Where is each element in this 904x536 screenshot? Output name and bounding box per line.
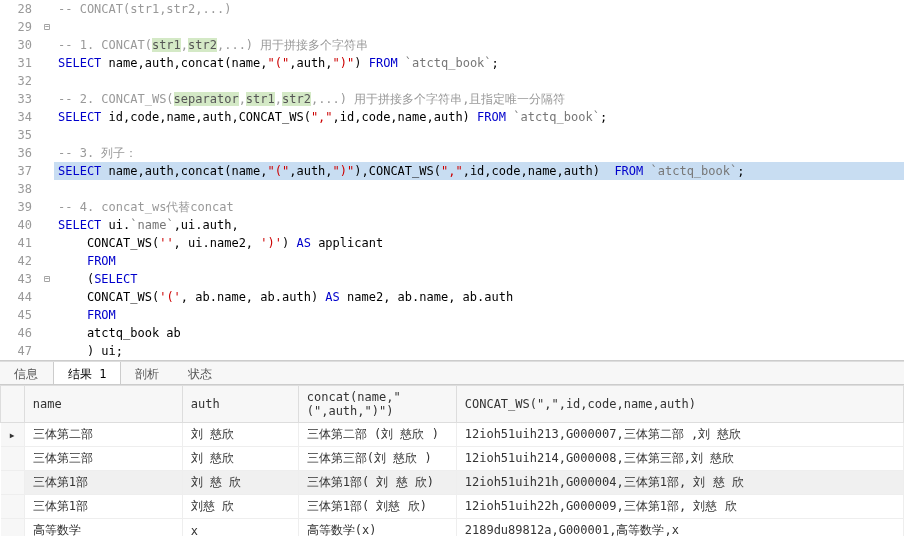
code-line-content[interactable]: -- CONCAT(str1,str2,...): [54, 0, 904, 18]
line-number: 37: [0, 162, 40, 180]
code-line-content[interactable]: CONCAT_WS('(', ab.name, ab.auth) AS name…: [54, 288, 904, 306]
fold-marker: [40, 0, 54, 18]
table-row[interactable]: ▸三体第二部刘 慈欣三体第二部 (刘 慈欣 )12ioh51uih213,G00…: [1, 423, 904, 447]
cell[interactable]: 三体第三部: [24, 447, 182, 471]
table-row[interactable]: 三体第三部刘 慈欣三体第三部(刘 慈欣 )12ioh51uih214,G0000…: [1, 447, 904, 471]
fold-marker: [40, 108, 54, 126]
code-line-content[interactable]: [54, 180, 904, 198]
cell[interactable]: 三体第1部: [24, 471, 182, 495]
code-line-content[interactable]: SELECT name,auth,concat(name,"(",auth,")…: [54, 162, 904, 180]
line-number: 42: [0, 252, 40, 270]
code-line-content[interactable]: SELECT name,auth,concat(name,"(",auth,")…: [54, 54, 904, 72]
fold-marker: [40, 162, 54, 180]
fold-marker: [40, 324, 54, 342]
code-line-content[interactable]: CONCAT_WS('', ui.name2, ')') AS applican…: [54, 234, 904, 252]
cell[interactable]: 刘 慈欣: [182, 423, 298, 447]
code-line-content[interactable]: [54, 126, 904, 144]
cell[interactable]: 刘慈 欣: [182, 495, 298, 519]
cell[interactable]: 刘 慈 欣: [182, 471, 298, 495]
cell[interactable]: 三体第1部: [24, 495, 182, 519]
cell[interactable]: 12ioh51uih21h,G000004,三体第1部, 刘 慈 欣: [456, 471, 903, 495]
tab-信息[interactable]: 信息: [0, 362, 53, 384]
code-editor[interactable]: 28-- CONCAT(str1,str2,...)29⊟30-- 1. CON…: [0, 0, 904, 361]
code-line-content[interactable]: FROM: [54, 252, 904, 270]
cell[interactable]: 高等数学: [24, 519, 182, 537]
line-number: 36: [0, 144, 40, 162]
code-line-content[interactable]: FROM: [54, 306, 904, 324]
line-number: 38: [0, 180, 40, 198]
cell[interactable]: 三体第三部(刘 慈欣 ): [298, 447, 456, 471]
table-row[interactable]: 三体第1部 刘 慈 欣三体第1部( 刘 慈 欣)12ioh51uih21h,G0…: [1, 471, 904, 495]
result-grid[interactable]: nameauthconcat(name,"(",auth,")")CONCAT_…: [0, 385, 904, 536]
cell[interactable]: 三体第二部: [24, 423, 182, 447]
line-number: 34: [0, 108, 40, 126]
fold-marker[interactable]: ⊟: [40, 270, 54, 288]
cell[interactable]: 刘 慈欣: [182, 447, 298, 471]
fold-marker: [40, 54, 54, 72]
line-number: 29: [0, 18, 40, 36]
fold-marker: [40, 252, 54, 270]
line-number: 40: [0, 216, 40, 234]
code-line-content[interactable]: ) ui;: [54, 342, 904, 360]
fold-marker: [40, 126, 54, 144]
line-number: 35: [0, 126, 40, 144]
line-number: 39: [0, 198, 40, 216]
fold-marker: [40, 90, 54, 108]
code-line-content[interactable]: -- 3. 列子：: [54, 144, 904, 162]
cell[interactable]: 12ioh51uih213,G000007,三体第二部 ,刘 慈欣: [456, 423, 903, 447]
row-indicator: [1, 447, 25, 471]
cell[interactable]: 12ioh51uih22h,G000009,三体第1部, 刘慈 欣: [456, 495, 903, 519]
cell[interactable]: 三体第二部 (刘 慈欣 ): [298, 423, 456, 447]
fold-marker: [40, 342, 54, 360]
line-number: 45: [0, 306, 40, 324]
cell[interactable]: 高等数学(x): [298, 519, 456, 537]
result-tabs: 信息结果 1剖析状态: [0, 361, 904, 385]
table-row[interactable]: 高等数学x高等数学(x)2189du89812a,G000001,高等数学,x: [1, 519, 904, 537]
line-number: 31: [0, 54, 40, 72]
code-line-content[interactable]: -- 4. concat_ws代替concat: [54, 198, 904, 216]
line-number: 33: [0, 90, 40, 108]
row-indicator-header: [1, 386, 25, 423]
code-line-content[interactable]: SELECT ui.`name`,ui.auth,: [54, 216, 904, 234]
line-number: 44: [0, 288, 40, 306]
table-row[interactable]: 三体第1部刘慈 欣三体第1部( 刘慈 欣)12ioh51uih22h,G0000…: [1, 495, 904, 519]
column-header[interactable]: auth: [182, 386, 298, 423]
tab-状态[interactable]: 状态: [174, 362, 227, 384]
code-line-content[interactable]: [54, 72, 904, 90]
column-header[interactable]: name: [24, 386, 182, 423]
line-number: 32: [0, 72, 40, 90]
column-header[interactable]: CONCAT_WS(",",id,code,name,auth): [456, 386, 903, 423]
code-line-content[interactable]: [54, 18, 904, 36]
cell[interactable]: 12ioh51uih214,G000008,三体第三部,刘 慈欣: [456, 447, 903, 471]
line-number: 43: [0, 270, 40, 288]
cell[interactable]: x: [182, 519, 298, 537]
column-header[interactable]: concat(name,"(",auth,")"): [298, 386, 456, 423]
fold-marker: [40, 144, 54, 162]
fold-marker[interactable]: ⊟: [40, 18, 54, 36]
cell[interactable]: 三体第1部( 刘 慈 欣): [298, 471, 456, 495]
row-indicator: [1, 471, 25, 495]
tab-剖析[interactable]: 剖析: [121, 362, 174, 384]
code-line-content[interactable]: SELECT id,code,name,auth,CONCAT_WS(",",i…: [54, 108, 904, 126]
line-number: 46: [0, 324, 40, 342]
fold-marker: [40, 234, 54, 252]
fold-marker: [40, 180, 54, 198]
row-indicator: ▸: [1, 423, 25, 447]
fold-marker: [40, 72, 54, 90]
line-number: 30: [0, 36, 40, 54]
code-line-content[interactable]: -- 2. CONCAT_WS(separator,str1,str2,...)…: [54, 90, 904, 108]
code-line-content[interactable]: -- 1. CONCAT(str1,str2,...) 用于拼接多个字符串: [54, 36, 904, 54]
fold-marker: [40, 306, 54, 324]
cell[interactable]: 2189du89812a,G000001,高等数学,x: [456, 519, 903, 537]
cell[interactable]: 三体第1部( 刘慈 欣): [298, 495, 456, 519]
code-line-content[interactable]: atctq_book ab: [54, 324, 904, 342]
fold-marker: [40, 198, 54, 216]
line-number: 41: [0, 234, 40, 252]
code-line-content[interactable]: (SELECT: [54, 270, 904, 288]
row-indicator: [1, 495, 25, 519]
line-number: 28: [0, 0, 40, 18]
tab-结果 1[interactable]: 结果 1: [53, 362, 121, 384]
fold-marker: [40, 216, 54, 234]
fold-marker: [40, 288, 54, 306]
fold-marker: [40, 36, 54, 54]
